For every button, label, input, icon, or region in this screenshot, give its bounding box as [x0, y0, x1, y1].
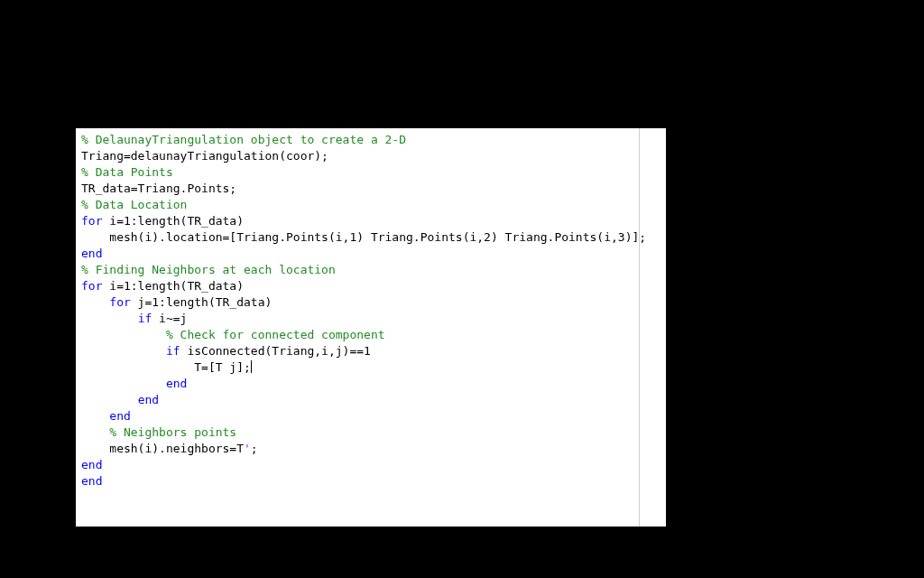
code-token: i=1:length(TR_data) — [102, 214, 244, 228]
text-cursor — [251, 360, 252, 373]
editor-window: % DelaunayTriangulation object to create… — [76, 128, 666, 527]
code-line[interactable]: end — [81, 376, 661, 392]
code-token: % Data Points — [81, 165, 173, 179]
code-token: i=1:length(TR_data) — [102, 279, 244, 293]
code-token: % Data Location — [81, 198, 187, 211]
code-token: T=[T j]; — [81, 360, 251, 374]
code-line[interactable]: end — [81, 473, 661, 489]
code-token: end — [138, 393, 159, 406]
code-line[interactable]: mesh(i).location=[Triang.Points(i,1) Tri… — [81, 229, 661, 246]
code-token: % Check for connected component — [166, 328, 385, 341]
code-line[interactable]: TR_data=Triang.Points; — [81, 181, 661, 197]
code-token: if — [138, 312, 152, 325]
code-token: end — [81, 458, 102, 471]
code-line[interactable]: for j=1:length(TR_data) — [81, 294, 661, 311]
code-token: Triang=delaunayTriangulation(coor); — [81, 149, 328, 163]
code-token: end — [81, 247, 102, 260]
code-line[interactable]: % Data Points — [81, 164, 661, 181]
code-token — [81, 409, 109, 423]
code-line[interactable]: for i=1:length(TR_data) — [81, 278, 661, 294]
code-token: end — [109, 409, 130, 423]
code-token: for — [81, 279, 102, 293]
code-line[interactable]: mesh(i).neighbors=T'; — [81, 441, 661, 457]
code-area[interactable]: % DelaunayTriangulation object to create… — [76, 128, 666, 493]
code-token: i~=j — [152, 312, 187, 325]
code-line[interactable]: end — [81, 457, 661, 473]
code-token — [81, 393, 138, 406]
margin-rule — [639, 128, 640, 527]
code-token — [81, 295, 109, 309]
code-token: end — [166, 377, 187, 390]
code-token — [81, 328, 166, 341]
code-token: mesh(i).neighbors=T — [81, 442, 244, 455]
code-line[interactable]: % Check for connected component — [81, 327, 661, 343]
code-line[interactable]: T=[T j]; — [81, 359, 661, 376]
code-token: ; — [251, 442, 258, 455]
code-line[interactable]: % Finding Neighbors at each location — [81, 262, 661, 278]
code-token — [81, 377, 166, 390]
code-token: % Finding Neighbors at each location — [81, 263, 336, 276]
code-token — [81, 312, 138, 325]
code-token — [81, 344, 166, 358]
code-token: isConnected(Triang,i,j)==1 — [180, 344, 371, 358]
code-token: for — [81, 214, 102, 228]
code-line[interactable]: end — [81, 246, 661, 262]
code-token: end — [81, 474, 102, 488]
code-line[interactable]: if i~=j — [81, 311, 661, 327]
code-line[interactable]: % Neighbors points — [81, 424, 661, 441]
code-token: % Neighbors points — [109, 425, 236, 439]
code-token: j=1:length(TR_data) — [131, 295, 273, 309]
code-token: TR_data=Triang.Points; — [81, 182, 236, 195]
code-token: if — [166, 344, 180, 358]
code-token — [81, 425, 109, 439]
code-line[interactable]: end — [81, 392, 661, 408]
code-line[interactable]: % Data Location — [81, 197, 661, 213]
code-token: mesh(i).location=[Triang.Points(i,1) Tri… — [81, 230, 646, 244]
code-line[interactable]: Triang=delaunayTriangulation(coor); — [81, 148, 661, 164]
code-token: ' — [244, 442, 251, 455]
code-line[interactable]: if isConnected(Triang,i,j)==1 — [81, 343, 661, 359]
code-line[interactable]: end — [81, 408, 661, 424]
code-line[interactable]: % DelaunayTriangulation object to create… — [81, 132, 661, 148]
code-token: for — [109, 295, 130, 309]
code-line[interactable]: for i=1:length(TR_data) — [81, 213, 661, 229]
code-token: % DelaunayTriangulation object to create… — [81, 133, 406, 146]
